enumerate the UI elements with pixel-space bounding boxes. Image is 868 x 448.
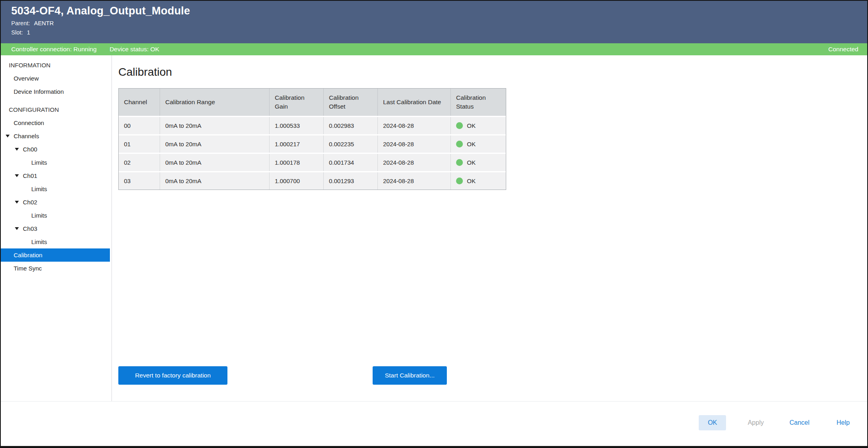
- cell-channel: 01: [119, 135, 160, 153]
- column-header-calibration-offset: Calibration Offset: [324, 89, 378, 116]
- chevron-down-icon[interactable]: [15, 174, 23, 177]
- connection-status-bar: Controller connection: Running Device st…: [1, 43, 867, 55]
- sidebar-item-ch03[interactable]: Ch03: [1, 222, 112, 235]
- connection-state-badge: Connected: [828, 46, 858, 53]
- page-title: Calibration: [118, 66, 867, 79]
- sidebar-item-label: Limits: [31, 159, 47, 166]
- cell-calibration-range: 0mA to 20mA: [160, 135, 270, 153]
- sidebar-item-limits-13[interactable]: Limits: [1, 235, 112, 248]
- calibration-table-body: 000mA to 20mA1.0005330.0029832024-08-28O…: [119, 117, 506, 190]
- dialog-footer: OK Apply Cancel Help: [1, 401, 867, 446]
- status-ok-icon: [456, 159, 463, 166]
- parent-label: Parent:: [11, 20, 30, 26]
- help-button[interactable]: Help: [829, 415, 857, 430]
- sidebar-item-calibration[interactable]: Calibration: [1, 248, 110, 262]
- cell-calibration-status: OK: [451, 135, 506, 153]
- slot-row: Slot: 1: [11, 29, 867, 36]
- sidebar-item-label: Connection: [14, 119, 44, 126]
- sidebar-item-time-sync[interactable]: Time Sync: [1, 262, 112, 275]
- cell-calibration-offset: 0.001734: [324, 154, 378, 171]
- parent-value: AENTR: [34, 20, 54, 26]
- calibration-table-header: ChannelCalibration RangeCalibration Gain…: [119, 89, 506, 116]
- chevron-down-icon[interactable]: [6, 135, 14, 137]
- sidebar-item-label: Limits: [31, 238, 47, 245]
- sidebar-item-channels[interactable]: Channels: [1, 129, 112, 143]
- table-row-channel-00: 000mA to 20mA1.0005330.0029832024-08-28O…: [119, 117, 506, 134]
- sidebar-item-label: Ch03: [23, 225, 37, 232]
- cell-last-calibration-date: 2024-08-28: [378, 154, 451, 171]
- table-row-channel-01: 010mA to 20mA1.0002170.0022352024-08-28O…: [119, 135, 506, 153]
- sidebar-item-label: Device Information: [14, 88, 64, 95]
- status-text: OK: [467, 159, 476, 166]
- device-status: Device status: OK: [110, 46, 159, 52]
- status-ok-icon: [456, 141, 463, 147]
- content-pane: Calibration ChannelCalibration RangeCali…: [112, 55, 867, 401]
- column-header-channel: Channel: [119, 89, 160, 116]
- column-header-calibration-status: Calibration Status: [451, 89, 506, 116]
- parent-row: Parent: AENTR: [11, 20, 867, 26]
- title-bar: 5034-OF4, Analog_Output_Module Parent: A…: [1, 1, 867, 43]
- sidebar-item-label: CONFIGURATION: [9, 106, 59, 113]
- status-text: OK: [467, 122, 476, 129]
- cell-calibration-range: 0mA to 20mA: [160, 117, 270, 134]
- sidebar-item-label: Channels: [14, 133, 39, 139]
- sidebar-item-label: INFORMATION: [9, 62, 51, 69]
- cell-calibration-offset: 0.002235: [324, 135, 378, 153]
- calibration-table: ChannelCalibration RangeCalibration Gain…: [118, 88, 506, 190]
- status-text: OK: [467, 141, 476, 147]
- slot-value: 1: [27, 29, 30, 36]
- status-ok-icon: [456, 178, 463, 184]
- body-area: INFORMATIONOverviewDevice InformationCON…: [1, 55, 867, 401]
- revert-to-factory-calibration-button[interactable]: Revert to factory calibration: [118, 366, 227, 385]
- cell-calibration-status: OK: [451, 117, 506, 134]
- chevron-down-icon[interactable]: [15, 148, 23, 151]
- table-row-channel-03: 030mA to 20mA1.0007000.0012932024-08-28O…: [119, 172, 506, 190]
- chevron-down-icon[interactable]: [15, 227, 23, 230]
- sidebar: INFORMATIONOverviewDevice InformationCON…: [1, 55, 112, 401]
- cell-calibration-gain: 1.000217: [270, 135, 324, 153]
- cell-last-calibration-date: 2024-08-28: [378, 135, 451, 153]
- status-bar-left: Controller connection: Running Device st…: [11, 46, 170, 53]
- chevron-down-icon[interactable]: [15, 201, 23, 204]
- status-text: OK: [467, 178, 476, 184]
- sidebar-item-label: Ch00: [23, 146, 37, 153]
- cell-calibration-status: OK: [451, 154, 506, 171]
- sidebar-item-limits-9[interactable]: Limits: [1, 182, 112, 196]
- sidebar-item-overview[interactable]: Overview: [1, 72, 112, 85]
- sidebar-item-label: Ch02: [23, 199, 37, 206]
- sidebar-item-label: Time Sync: [14, 265, 42, 272]
- sidebar-item-ch01[interactable]: Ch01: [1, 169, 112, 182]
- cancel-button[interactable]: Cancel: [785, 415, 813, 430]
- cell-calibration-range: 0mA to 20mA: [160, 172, 270, 190]
- status-ok-icon: [456, 122, 463, 129]
- column-header-calibration-range: Calibration Range: [160, 89, 270, 116]
- sidebar-section-configuration: CONFIGURATION: [1, 103, 112, 116]
- sidebar-item-label: Calibration: [14, 252, 43, 258]
- sidebar-item-ch02[interactable]: Ch02: [1, 196, 112, 209]
- column-header-calibration-gain: Calibration Gain: [270, 89, 324, 116]
- sidebar-item-connection[interactable]: Connection: [1, 116, 112, 129]
- sidebar-item-limits-7[interactable]: Limits: [1, 156, 112, 169]
- cell-calibration-gain: 1.000700: [270, 172, 324, 190]
- slot-label: Slot:: [11, 29, 23, 36]
- window-title: 5034-OF4, Analog_Output_Module: [11, 5, 867, 17]
- cell-calibration-gain: 1.000533: [270, 117, 324, 134]
- column-header-last-calibration-date: Last Calibration Date: [378, 89, 451, 116]
- cell-channel: 00: [119, 117, 160, 134]
- sidebar-section-information: INFORMATION: [1, 59, 112, 72]
- cell-channel: 03: [119, 172, 160, 190]
- start-calibration-button[interactable]: Start Calibration...: [373, 366, 447, 385]
- sidebar-item-device-information[interactable]: Device Information: [1, 85, 112, 98]
- cell-calibration-gain: 1.000178: [270, 154, 324, 171]
- apply-button[interactable]: Apply: [742, 415, 769, 430]
- ok-button[interactable]: OK: [699, 415, 726, 430]
- sidebar-item-ch00[interactable]: Ch00: [1, 143, 112, 156]
- cell-calibration-range: 0mA to 20mA: [160, 154, 270, 171]
- cell-last-calibration-date: 2024-08-28: [378, 172, 451, 190]
- sidebar-item-label: Limits: [31, 212, 47, 219]
- cell-calibration-status: OK: [451, 172, 506, 190]
- sidebar-item-label: Limits: [31, 186, 47, 192]
- sidebar-item-limits-11[interactable]: Limits: [1, 209, 112, 222]
- cell-calibration-offset: 0.002983: [324, 117, 378, 134]
- sidebar-item-label: Ch01: [23, 172, 37, 179]
